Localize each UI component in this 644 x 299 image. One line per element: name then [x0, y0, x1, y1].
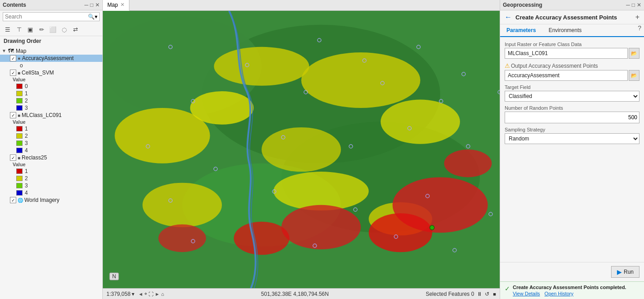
num-random-row [505, 112, 639, 123]
cellsta-legend-1: 1 [0, 90, 102, 97]
map-area: Map ✕ [103, 0, 500, 299]
layer-checkbox-cellsta[interactable]: ✓ [10, 70, 16, 76]
search-bar: 🔍 ▾ [3, 12, 100, 21]
geo-help-icon[interactable]: ? [638, 24, 641, 36]
list-view-button[interactable]: ☰ [3, 24, 13, 34]
map-visualization: N [103, 11, 500, 288]
input-raster-input[interactable] [505, 48, 628, 59]
collapse-icon[interactable]: ■ [493, 291, 496, 297]
mlclass-label-1: 1 [25, 126, 28, 132]
map-tab-close[interactable]: ✕ [120, 2, 124, 8]
raster-layer-icon-2: ■ [18, 113, 20, 118]
run-button-label: Run [624, 269, 634, 275]
svg-point-47 [430, 225, 434, 230]
geoprocessing-subheader: ← Create Accuracy Assessment Points + [500, 10, 644, 24]
geoprocessing-back-button[interactable]: ← [505, 13, 512, 21]
output-points-input[interactable] [505, 70, 628, 81]
svg-point-12 [273, 172, 368, 210]
reclass-swatch-yellow [16, 176, 23, 181]
feature-layer-icon: ● [18, 56, 21, 61]
float-icon[interactable]: □ [90, 2, 93, 8]
refresh-icon[interactable]: ↺ [485, 291, 489, 297]
layer-item-mlclass[interactable]: ✓ ■ MLClass_LC091 [0, 112, 102, 119]
reclass-swatch-red [16, 168, 23, 174]
layer-label-cellsta: CellSta_SVM [22, 70, 54, 76]
map-tab[interactable]: Map ✕ [103, 0, 129, 11]
cellsta-value-header: Value [0, 76, 102, 83]
input-raster-browse-button[interactable]: 📂 [629, 48, 639, 59]
layer-group-map[interactable]: ▼ 🗺 Map [0, 47, 102, 55]
geoprocessing-tabs: Parameters Environments ? [500, 24, 644, 37]
svg-point-6 [190, 91, 254, 125]
search-dropdown-icon[interactable]: ▾ [95, 14, 97, 20]
search-input[interactable] [5, 14, 88, 20]
target-field-select[interactable]: Classified [505, 91, 639, 102]
cellsta-legend-2: 2 [0, 97, 102, 104]
reclass-label-3: 3 [25, 182, 28, 189]
expand-arrow-map[interactable]: ▼ [2, 48, 8, 53]
target-field-row: Classified [505, 91, 639, 102]
coordinates-display: 501,362.38E 4,180,794.56N [168, 291, 422, 297]
search-icon[interactable]: 🔍 [88, 14, 95, 20]
warning-icon: ⚠ [505, 62, 510, 69]
mlclass-legend-1: 1 [0, 125, 102, 132]
tab-parameters[interactable]: Parameters [500, 24, 542, 37]
layer-item-cellsta[interactable]: ✓ ■ CellSta_SVM [0, 69, 102, 76]
output-points-browse-button[interactable]: 📂 [629, 70, 639, 81]
select-button[interactable]: ⬜ [48, 24, 58, 34]
geo-close-icon[interactable]: ✕ [637, 2, 641, 8]
home-icon[interactable]: ⌂ [161, 291, 164, 297]
run-button[interactable]: ▶ Run [611, 266, 639, 278]
scale-dropdown-icon[interactable]: ▾ [132, 291, 134, 297]
edit-button[interactable]: ✏ [37, 24, 46, 34]
num-random-input[interactable] [505, 112, 639, 123]
layer-item-reclass[interactable]: ✓ ■ Reclass25 [0, 154, 102, 161]
layer-label-reclass: Reclass25 [22, 154, 47, 161]
eraser-button[interactable]: ◌ [59, 24, 69, 34]
mlclass-legend-3: 3 [0, 140, 102, 147]
mlclass-label-4: 4 [25, 147, 28, 154]
mlclass-swatch-yellow [16, 133, 23, 139]
sampling-strategy-select[interactable]: Random Stratified Random Equalized Strat… [505, 133, 639, 144]
geoprocessing-plus-button[interactable]: + [635, 13, 639, 21]
accuracy-point-icon: o [20, 62, 23, 69]
layer-item-accuracy[interactable]: ✓ ● AccuracyAssessment [0, 55, 102, 62]
mlclass-legend-4: 4 [0, 147, 102, 154]
pan-forward-icon[interactable]: ► [155, 291, 160, 297]
legend-label-1: 1 [25, 90, 28, 97]
transform-button[interactable]: ⇄ [70, 24, 80, 34]
contents-panel: Contents ─ □ ✕ 🔍 ▾ ☰ ⊤ ▣ ✏ ⬜ ◌ ⇄ Drawing… [0, 0, 103, 299]
geo-pin-icon[interactable]: ─ [626, 2, 630, 8]
pan-back-icon[interactable]: ◄ [138, 291, 143, 297]
reclass-label-1: 1 [25, 168, 28, 174]
status-text-container: Create Accuracy Assessment Points comple… [513, 285, 639, 296]
pin-icon[interactable]: ─ [84, 2, 88, 8]
nav-controls: ◄ ⌖ ⛶ ► ⌂ [138, 291, 164, 297]
mlclass-value-header: Value [0, 119, 102, 125]
filter-button[interactable]: ▣ [25, 24, 35, 34]
svg-text:N: N [112, 273, 116, 280]
layer-checkbox-world-imagery[interactable]: ✓ [10, 197, 16, 203]
layer-item-world-imagery[interactable]: ✓ 🌐 World Imagery [0, 196, 102, 204]
zoom-tool-icon[interactable]: ⌖ [144, 291, 147, 297]
table-view-button[interactable]: ⊤ [14, 24, 24, 34]
map-canvas[interactable]: N [103, 11, 500, 288]
layer-group-map-label: Map [16, 48, 26, 54]
open-history-link[interactable]: Open History [544, 291, 573, 296]
scale-selector[interactable]: 1:379,058 ▾ [106, 291, 134, 297]
contents-title: Contents [3, 2, 83, 8]
pause-icon[interactable]: ⏸ [477, 291, 482, 297]
layer-tree: ▼ 🗺 Map ✓ ● AccuracyAssessment o ✓ ■ Cel… [0, 46, 102, 299]
tab-parameters-label: Parameters [506, 27, 536, 33]
map-group-icon: 🗺 [8, 47, 14, 54]
svg-point-18 [444, 150, 492, 177]
close-icon[interactable]: ✕ [95, 2, 100, 8]
geo-float-icon[interactable]: □ [632, 2, 635, 8]
legend-swatch-yellow [16, 91, 23, 96]
fullextent-icon[interactable]: ⛶ [148, 291, 153, 297]
layer-checkbox-reclass[interactable]: ✓ [10, 154, 16, 161]
layer-checkbox-mlclass[interactable]: ✓ [10, 112, 16, 118]
layer-checkbox-accuracy[interactable]: ✓ [10, 55, 16, 61]
view-details-link[interactable]: View Details [513, 291, 540, 296]
tab-environments[interactable]: Environments [542, 24, 588, 37]
